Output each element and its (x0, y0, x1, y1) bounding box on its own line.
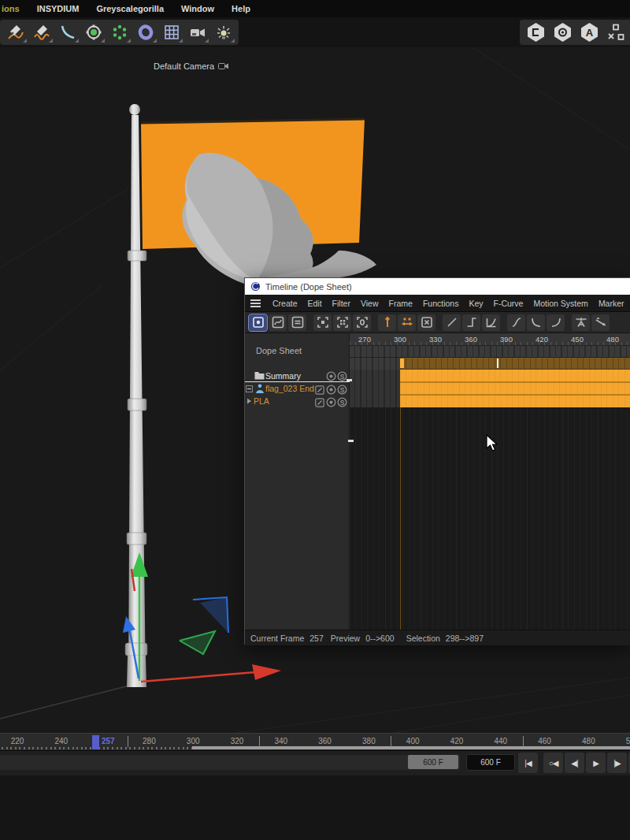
range-end-grip[interactable]: 600 F (408, 755, 458, 769)
selection-range-bar[interactable] (192, 746, 630, 749)
pencil-icon[interactable] (315, 396, 325, 407)
move-keys-button[interactable] (398, 314, 416, 331)
major-tick-390 (391, 736, 391, 747)
frame-count-input[interactable]: 600 F (466, 754, 515, 771)
step-interp-button[interactable] (462, 314, 480, 331)
major-tick-270 (128, 736, 128, 747)
timeline-playhead[interactable] (92, 735, 99, 749)
cloner-icon[interactable] (80, 20, 106, 44)
spline-sketch-icon[interactable] (28, 20, 54, 44)
tl-menu-functions[interactable]: Functions (423, 299, 459, 308)
gizmo-plane-blue[interactable] (193, 597, 228, 633)
playback-buttons: |◀○◀◀|▶|▶▶ (518, 753, 630, 773)
solo-icon[interactable]: S (337, 396, 347, 407)
minus-expander-icon[interactable] (245, 385, 254, 392)
spline-pen-icon[interactable] (2, 20, 28, 44)
eye-icon[interactable] (326, 384, 336, 394)
camera-label[interactable]: Default Camera (154, 61, 229, 71)
array-grid-icon[interactable] (158, 20, 184, 44)
spline-easein-button[interactable] (527, 314, 545, 331)
ruler-tick-480: 480 (606, 335, 619, 344)
pencil-icon[interactable] (315, 384, 325, 394)
light-icon[interactable] (210, 20, 236, 44)
main-ruler-tick-320: 320 (231, 737, 244, 745)
axis-hex-icon[interactable]: A (576, 20, 602, 44)
eye-icon[interactable] (326, 396, 336, 407)
dopesheet-track-area[interactable]: 270300330360390420450480 (350, 333, 630, 630)
next-frame-button[interactable]: |▶ (607, 753, 627, 773)
play-button[interactable]: ▶ (586, 753, 606, 773)
hamburger-icon[interactable] (250, 299, 261, 307)
frame-all-button[interactable] (333, 314, 351, 331)
gizmo-plane-green[interactable] (180, 631, 215, 654)
tl-menu-edit[interactable]: Edit (308, 299, 322, 308)
track-range-orange[interactable] (400, 370, 630, 407)
stage-camera-icon[interactable] (184, 20, 210, 44)
dopesheet-ruler[interactable]: 270300330360390420450480 (350, 333, 630, 346)
spline-soft-button[interactable] (507, 314, 525, 331)
eye-icon[interactable] (326, 370, 336, 381)
track-bars (350, 370, 630, 407)
summary-keyframe[interactable] (400, 359, 404, 368)
tl-menu-motion-system[interactable]: Motion System (533, 299, 587, 308)
key-tool-button[interactable] (378, 314, 396, 331)
fcurve-mode-button[interactable] (269, 314, 287, 331)
summary-range-bar[interactable] (400, 358, 630, 369)
tl-menu-filter[interactable]: Filter (332, 299, 350, 308)
range-slider-track[interactable] (0, 755, 460, 770)
menu-help[interactable]: Help (232, 4, 250, 13)
tl-menu-key[interactable]: Key (469, 299, 483, 308)
ruler-tick-450: 450 (571, 335, 584, 344)
timeline-titlebar[interactable]: Timeline (Dope Sheet) (245, 278, 630, 295)
delete-keys-button[interactable] (417, 314, 435, 331)
main-ruler-tick-460: 460 (538, 737, 551, 745)
footer-empty (0, 775, 630, 840)
goto-start-button[interactable]: |◀ (518, 753, 538, 773)
spline-easeout-button[interactable] (547, 314, 565, 331)
timeline-statusbar: Current Frame 257 Preview 0-->600 Select… (245, 630, 630, 645)
main-ruler-tick-340: 340 (274, 737, 287, 745)
track-row-summary[interactable]: SummaryS (245, 370, 350, 382)
display-hex-icon[interactable] (549, 20, 576, 44)
svg-text:S: S (340, 385, 345, 393)
track-name: Summary (265, 371, 325, 381)
main-timeline-ruler[interactable]: 257 220240280300320340360380400420440460… (0, 733, 630, 750)
auto-tangent-button[interactable] (572, 314, 590, 331)
menu-window[interactable]: Window (181, 4, 214, 13)
mouse-cursor (486, 434, 498, 452)
tl-menu-marker[interactable]: Marker (598, 299, 624, 308)
frame-default-button[interactable] (353, 314, 371, 331)
timeline-window[interactable]: Timeline (Dope Sheet) CreateEditFilterVi… (244, 277, 630, 645)
torus-icon[interactable] (132, 20, 158, 44)
motion-mode-button[interactable] (288, 314, 306, 331)
solo-icon[interactable]: S (337, 384, 347, 394)
menu-ions[interactable]: ions (2, 4, 20, 13)
tangent-slope-button[interactable] (591, 314, 610, 331)
track-row-pla[interactable]: PLAS (245, 395, 350, 407)
dopesheet-panel: Dope Sheet SummarySflag_023 EndSPLAS (245, 333, 350, 630)
playhead-frame-label: 257 (102, 737, 115, 745)
dopesheet-mode-button[interactable] (249, 314, 267, 331)
timeline-toolbar (245, 312, 630, 333)
summary-marker[interactable] (497, 359, 498, 368)
prev-key-button[interactable]: ○◀ (543, 753, 563, 773)
linear-interp-button[interactable] (443, 314, 461, 331)
prev-frame-button[interactable]: ◀| (565, 753, 584, 773)
coord-hex-icon[interactable] (522, 20, 549, 44)
tl-menu-f-curve[interactable]: F-Curve (494, 299, 524, 308)
tl-menu-view[interactable]: View (361, 299, 379, 308)
menu-insydium[interactable]: INSYDIUM (37, 4, 80, 13)
arrow-expander-icon[interactable] (245, 398, 254, 404)
ease-interp-button[interactable] (482, 314, 500, 331)
selection-label: Selection (406, 634, 440, 643)
frame-selected-button[interactable] (313, 314, 332, 331)
tl-menu-create[interactable]: Create (272, 299, 298, 308)
timeline-menubar: CreateEditFilterViewFrameFunctionsKeyF-C… (245, 295, 630, 312)
track-name: PLA (254, 396, 314, 406)
layout-icon[interactable] (602, 20, 629, 44)
spline-arc-icon[interactable] (54, 20, 80, 44)
track-row-flag_023-end[interactable]: flag_023 EndS (245, 382, 350, 395)
matrix-icon[interactable] (106, 20, 132, 44)
tl-menu-frame[interactable]: Frame (389, 299, 413, 308)
menu-greyscalegorilla[interactable]: Greyscalegorilla (96, 4, 164, 13)
